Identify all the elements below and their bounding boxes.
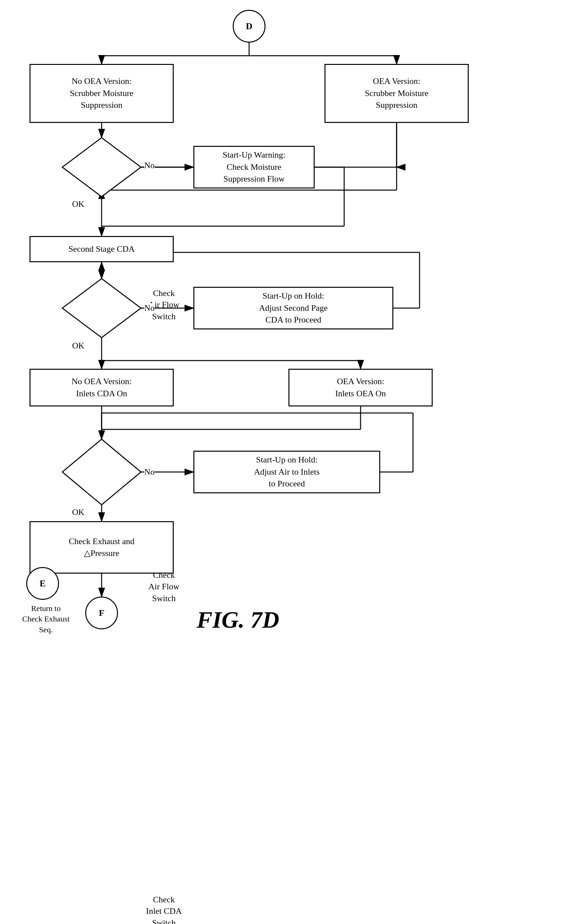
svg-marker-44 bbox=[62, 439, 141, 505]
diamond-check-inlet-cda: Check Inlet CDA Switch bbox=[62, 439, 141, 505]
box-no-oea-scrubber-text: No OEA Version: Scrubber Moisture Suppre… bbox=[70, 75, 133, 111]
box-oea-scrubber-text: OEA Version: Scrubber Moisture Suppressi… bbox=[365, 75, 428, 111]
label-no-1: No bbox=[144, 161, 155, 170]
box-second-stage-cda-text: Second Stage CDA bbox=[69, 243, 135, 255]
label-ok-1: OK bbox=[72, 199, 84, 209]
box-no-oea-inlets: No OEA Version: Inlets CDA On bbox=[29, 369, 174, 406]
diamond-check-inlet-cda-text: Check Inlet CDA Switch bbox=[124, 878, 203, 924]
label-ok-2: OK bbox=[72, 341, 84, 351]
box-check-exhaust: Check Exhaust and △Pressure bbox=[29, 521, 174, 574]
label-ok-3: OK bbox=[72, 507, 84, 517]
box-check-exhaust-text: Check Exhaust and △Pressure bbox=[69, 536, 135, 559]
connector-e: E bbox=[26, 567, 59, 600]
box-hold-adjust-air-text: Start-Up on Hold: Adjust Air to Inlets t… bbox=[254, 454, 320, 490]
box-no-oea-scrubber: No OEA Version: Scrubber Moisture Suppre… bbox=[29, 64, 174, 123]
diagram-container: D No OEA Version: Scrubber Moisture Supp… bbox=[0, 0, 570, 924]
box-oea-inlets-text: OEA Version: Inlets OEA On bbox=[335, 375, 386, 400]
diamond-check-airflow-2: Check Air Flow Switch bbox=[62, 279, 141, 338]
label-no-2: No bbox=[144, 303, 155, 313]
fig-label: FIG. 7D bbox=[197, 606, 279, 634]
label-no-3: No bbox=[144, 467, 155, 477]
box-second-stage-cda: Second Stage CDA bbox=[29, 236, 174, 262]
box-hold-adjust-cda: Start-Up on Hold: Adjust Second Page CDA… bbox=[193, 287, 393, 329]
diamond-check-airflow-1: Check Air Flow Switch bbox=[62, 138, 141, 197]
box-no-oea-inlets-text: No OEA Version: Inlets CDA On bbox=[72, 375, 132, 400]
box-hold-adjust-air: Start-Up on Hold: Adjust Air to Inlets t… bbox=[193, 451, 380, 493]
box-warning-moisture: Start-Up Warning: Check Moisture Suppres… bbox=[193, 146, 315, 188]
svg-marker-43 bbox=[62, 279, 141, 338]
label-return-to: Return to Check Exhaust Seq. bbox=[6, 603, 85, 635]
box-oea-scrubber: OEA Version: Scrubber Moisture Suppressi… bbox=[325, 64, 469, 123]
connector-d: D bbox=[233, 10, 265, 43]
connector-f: F bbox=[85, 596, 118, 629]
box-oea-inlets: OEA Version: Inlets OEA On bbox=[288, 369, 433, 406]
box-warning-moisture-text: Start-Up Warning: Check Moisture Suppres… bbox=[222, 149, 285, 185]
svg-marker-42 bbox=[62, 138, 141, 197]
box-hold-adjust-cda-text: Start-Up on Hold: Adjust Second Page CDA… bbox=[259, 290, 328, 326]
